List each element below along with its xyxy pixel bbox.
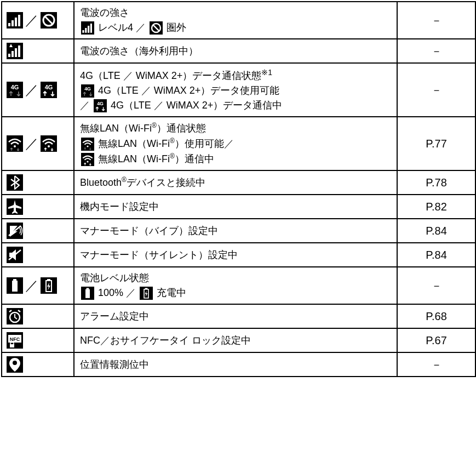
svg-text:4G: 4G xyxy=(97,101,104,106)
svg-line-11 xyxy=(153,25,159,31)
icon-cell xyxy=(2,195,74,219)
wifi-idle-icon xyxy=(81,138,94,151)
4g-active-icon: 4G xyxy=(94,99,107,112)
svg-rect-38 xyxy=(10,344,14,347)
page-reference: － xyxy=(397,2,475,39)
registered-mark: ® xyxy=(170,137,175,145)
svg-point-24 xyxy=(87,161,88,163)
table-row: ／電池レベル状態 100% ／ 充電中－ xyxy=(2,267,475,304)
description-text: 100% ／ xyxy=(95,287,139,298)
signal-bars-icon xyxy=(81,21,94,35)
table-row: マナーモード（バイブ）設定中P.84 xyxy=(2,219,475,243)
registered-mark: ® xyxy=(152,122,157,129)
description-cell: アラーム設定中 xyxy=(74,304,397,328)
table-row: マナーモード（サイレント）設定中P.84 xyxy=(2,243,475,267)
description-line: レベル4 ／ 圏外 xyxy=(80,20,391,35)
svg-text:NFC: NFC xyxy=(10,337,20,342)
svg-rect-9 xyxy=(90,24,92,33)
description-text: 4G（LTE ／ WiMAX 2+）データ使用可能 xyxy=(95,85,279,96)
silent-icon xyxy=(7,247,23,263)
svg-rect-34 xyxy=(145,288,148,289)
description-line: 無線LAN（Wi-Fi®）通信中 xyxy=(80,151,391,167)
page-reference: － xyxy=(397,267,475,304)
table-row: ／無線LAN（Wi-Fi®）通信状態 無線LAN（Wi-Fi®）使用可能／ 無線… xyxy=(2,117,475,170)
description-cell: マナーモード（バイブ）設定中 xyxy=(74,219,397,243)
description-line: 電波の強さ（海外利用中） xyxy=(80,44,391,59)
4g-active-icon: 4G xyxy=(41,82,57,98)
description-line: 100% ／ 充電中 xyxy=(80,286,391,300)
page-reference: P.78 xyxy=(397,170,475,195)
svg-rect-6 xyxy=(82,30,84,33)
page-reference: P.68 xyxy=(397,304,475,328)
description-text: 充電中 xyxy=(154,287,186,298)
description-cell: 電池レベル状態 100% ／ 充電中 xyxy=(74,267,397,304)
description-line: 4G（LTE ／ WiMAX 2+）データ通信状態※1 xyxy=(80,67,391,83)
icon-cell: ／ xyxy=(2,267,74,304)
table-row: ／電波の強さ レベル4 ／ 圏外－ xyxy=(2,2,475,39)
description-text: ／ xyxy=(80,100,93,111)
description-line: 位置情報測位中 xyxy=(80,357,391,372)
description-cell: マナーモード（サイレント）設定中 xyxy=(74,243,397,267)
description-text: 位置情報測位中 xyxy=(80,359,149,370)
slash-separator: ／ xyxy=(23,81,41,99)
description-cell: 電波の強さ（海外利用中） xyxy=(74,39,397,63)
signal-bars-icon xyxy=(7,12,23,29)
no-signal-icon xyxy=(41,12,57,29)
svg-rect-31 xyxy=(85,289,90,298)
status-icon-table: ／電波の強さ レベル4 ／ 圏外－電波の強さ（海外利用中）－4G／4G4G（LT… xyxy=(1,1,476,377)
wifi-active-icon xyxy=(41,135,57,152)
description-line: 無線LAN（Wi-Fi®）通信状態 xyxy=(80,121,391,136)
battery-icon xyxy=(81,287,94,300)
table-row: 機内モード設定中P.82 xyxy=(2,195,475,219)
description-line: NFC／おサイフケータイ ロック設定中 xyxy=(80,333,391,348)
slash-separator: ／ xyxy=(23,277,41,294)
description-text: NFC／おサイフケータイ ロック設定中 xyxy=(80,335,251,346)
description-cell: 機内モード設定中 xyxy=(74,195,397,219)
description-text: Bluetooth xyxy=(80,177,122,188)
page-reference: P.67 xyxy=(397,328,475,352)
description-text: 圏外 xyxy=(164,22,186,33)
svg-rect-1 xyxy=(12,20,14,26)
no-signal-icon xyxy=(150,21,163,35)
description-line: 電池レベル状態 xyxy=(80,271,391,286)
description-text: 無線LAN（Wi-Fi xyxy=(80,123,152,134)
page-reference: P.84 xyxy=(397,243,475,267)
description-text: 4G（LTE ／ WiMAX 2+）データ通信中 xyxy=(108,100,282,111)
description-text: ）使用可能／ xyxy=(175,138,234,149)
page-reference: － xyxy=(397,63,475,117)
description-text: 機内モード設定中 xyxy=(80,201,159,212)
table-row: 電波の強さ（海外利用中）－ xyxy=(2,39,475,63)
footnote-marker: ※1 xyxy=(261,68,272,77)
table-row: 4G／4G4G（LTE ／ WiMAX 2+）データ通信状態※14G 4G（LT… xyxy=(2,63,475,117)
svg-text:4G: 4G xyxy=(11,84,19,90)
description-text: ）通信状態 xyxy=(157,123,206,134)
description-text: 無線LAN（Wi-Fi xyxy=(95,153,170,164)
description-cell: 位置情報測位中 xyxy=(74,352,397,377)
description-text: 電波の強さ（海外利用中） xyxy=(80,45,198,56)
icon-cell xyxy=(2,304,74,328)
svg-rect-7 xyxy=(85,28,87,33)
signal-roaming-icon xyxy=(7,43,23,59)
icon-cell: NFC xyxy=(2,328,74,352)
svg-rect-14 xyxy=(12,51,14,57)
page-reference: P.84 xyxy=(397,219,475,243)
description-line: Bluetooth®デバイスと接続中 xyxy=(80,175,391,190)
battery-icon xyxy=(7,277,23,294)
page-reference: － xyxy=(397,39,475,63)
registered-mark: ® xyxy=(170,152,175,160)
4g-idle-icon: 4G xyxy=(7,82,23,98)
svg-rect-13 xyxy=(8,54,10,57)
description-line: 無線LAN（Wi-Fi®）使用可能／ xyxy=(80,136,391,151)
description-line: 電波の強さ xyxy=(80,5,391,20)
description-text: デバイスと接続中 xyxy=(127,177,205,188)
alarm-icon xyxy=(7,308,23,324)
icon-cell xyxy=(2,219,74,243)
charging-icon xyxy=(140,287,153,300)
charging-icon xyxy=(41,277,57,294)
slash-separator: ／ xyxy=(23,12,41,29)
description-line: 機内モード設定中 xyxy=(80,200,391,214)
description-text: 無線LAN（Wi-Fi xyxy=(95,138,170,149)
bluetooth-icon xyxy=(7,174,23,191)
svg-point-21 xyxy=(14,145,16,147)
svg-rect-2 xyxy=(15,18,17,26)
